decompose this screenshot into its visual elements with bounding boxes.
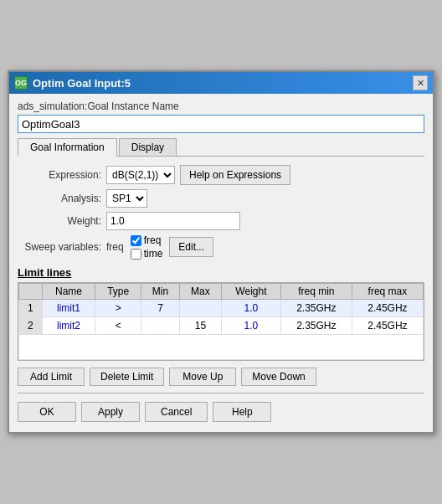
dialog-body: ads_simulation:Goal Instance Name Goal I… xyxy=(9,94,433,432)
tab-goal-information[interactable]: Goal Information xyxy=(18,138,117,157)
analysis-select[interactable]: SP1 xyxy=(106,189,147,208)
limit-lines-section: Limit lines Name Type Min Max Weight fre… xyxy=(18,266,424,386)
dialog-icon: OG xyxy=(14,76,28,90)
table-header-row: Name Type Min Max Weight freq min freq m… xyxy=(19,284,424,300)
col-header-freq-min: freq min xyxy=(280,284,352,300)
sweep-row: freq freq time Edit... xyxy=(106,234,424,260)
weight-input[interactable] xyxy=(106,212,240,230)
limit-lines-title: Limit lines xyxy=(18,266,424,279)
sweep-label: Sweep variables: xyxy=(18,241,101,253)
add-limit-button[interactable]: Add Limit xyxy=(18,368,85,386)
table-row[interactable]: 1 limit1 > 7 1.0 2.35GHz 2.45GHz xyxy=(19,300,424,317)
row-weight-1: 1.0 xyxy=(222,300,281,317)
col-header-name: Name xyxy=(42,284,95,300)
title-bar-left: OG Optim Goal Input:5 xyxy=(14,76,131,90)
title-bar: OG Optim Goal Input:5 ✕ xyxy=(9,72,433,94)
move-up-button[interactable]: Move Up xyxy=(169,368,236,386)
expression-label: Expression: xyxy=(18,169,101,181)
analysis-row: SP1 xyxy=(106,189,424,208)
limit-lines-table: Name Type Min Max Weight freq min freq m… xyxy=(18,283,424,360)
col-header-max: Max xyxy=(179,284,221,300)
tab-display[interactable]: Display xyxy=(119,138,177,156)
row-num-1: 1 xyxy=(19,300,43,317)
help-expressions-button[interactable]: Help on Expressions xyxy=(180,165,290,185)
table-row-empty xyxy=(19,335,424,360)
row-weight-2: 1.0 xyxy=(222,317,281,335)
sweep-checkboxes: freq time xyxy=(131,234,163,260)
row-freq-max-2: 2.45GHz xyxy=(352,317,423,335)
row-min-1: 7 xyxy=(141,300,180,317)
freq-checkbox[interactable] xyxy=(131,235,141,246)
help-button[interactable]: Help xyxy=(213,402,271,422)
move-down-button[interactable]: Move Down xyxy=(241,368,316,386)
time-checkbox-item: time xyxy=(131,248,163,260)
delete-limit-button[interactable]: Delete Limit xyxy=(90,368,164,386)
apply-button[interactable]: Apply xyxy=(81,402,140,422)
row-type-2: < xyxy=(95,317,141,335)
expression-row: dB(S(2,1)) Help on Expressions xyxy=(106,165,424,185)
col-header-type: Type xyxy=(95,284,141,300)
row-name-1: limit1 xyxy=(42,300,95,317)
close-button[interactable]: ✕ xyxy=(413,75,428,90)
limit-lines-table-container: Name Type Min Max Weight freq min freq m… xyxy=(18,282,424,361)
edit-button[interactable]: Edit... xyxy=(169,237,213,257)
ok-button[interactable]: OK xyxy=(18,402,76,422)
instance-label: ads_simulation:Goal Instance Name xyxy=(18,100,424,112)
row-num-2: 2 xyxy=(19,317,43,335)
instance-name-input[interactable] xyxy=(18,115,424,133)
row-type-1: > xyxy=(95,300,141,317)
row-freq-min-2: 2.35GHz xyxy=(280,317,352,335)
final-buttons: OK Apply Cancel Help xyxy=(18,399,424,425)
sweep-value: freq xyxy=(106,241,124,253)
tab-bar: Goal Information Display xyxy=(18,138,424,157)
row-name-2: limit2 xyxy=(42,317,95,335)
expression-select[interactable]: dB(S(2,1)) xyxy=(106,166,175,184)
weight-label: Weight: xyxy=(18,215,101,227)
divider xyxy=(18,393,424,393)
row-freq-min-1: 2.35GHz xyxy=(280,300,352,317)
table-row[interactable]: 2 limit2 < 15 1.0 2.35GHz 2.45GHz xyxy=(19,317,424,335)
dialog-window: OG Optim Goal Input:5 ✕ ads_simulation:G… xyxy=(8,70,434,434)
dialog-title: Optim Goal Input:5 xyxy=(33,77,131,90)
col-header-min: Min xyxy=(141,284,180,300)
freq-checkbox-item: freq xyxy=(131,234,163,246)
weight-row xyxy=(106,212,424,230)
freq-checkbox-label: freq xyxy=(144,234,162,246)
form-grid: Expression: dB(S(2,1)) Help on Expressio… xyxy=(18,165,424,260)
cancel-button[interactable]: Cancel xyxy=(145,402,208,422)
row-freq-max-1: 2.45GHz xyxy=(352,300,423,317)
analysis-label: Analysis: xyxy=(18,193,101,204)
bottom-action-buttons: Add Limit Delete Limit Move Up Move Down xyxy=(18,368,424,386)
row-max-2: 15 xyxy=(179,317,221,335)
col-header-freq-max: freq max xyxy=(352,284,423,300)
col-header-weight: Weight xyxy=(222,284,281,300)
row-max-1 xyxy=(179,300,221,317)
time-checkbox-label: time xyxy=(144,248,163,260)
time-checkbox[interactable] xyxy=(131,249,141,260)
row-min-2 xyxy=(141,317,180,335)
col-header-empty xyxy=(19,284,43,300)
